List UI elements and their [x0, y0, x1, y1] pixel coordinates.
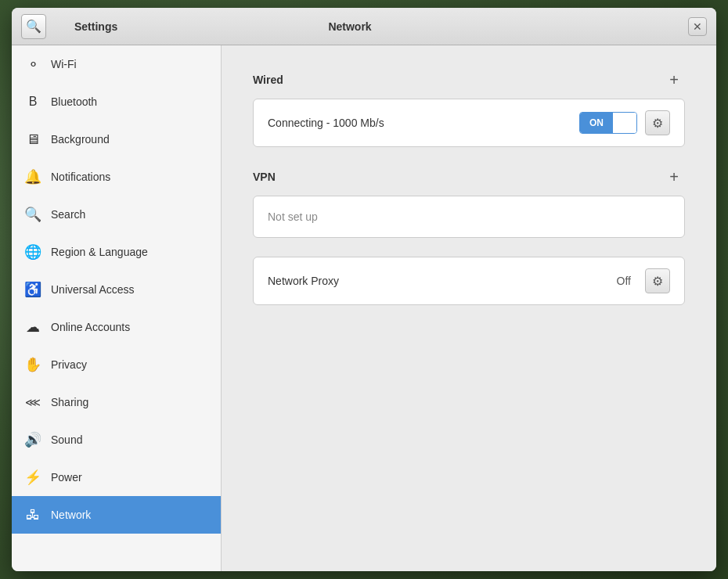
sidebar-label-wifi: Wi-Fi [51, 58, 77, 70]
sidebar-label-network: Network [51, 509, 91, 521]
region-icon: 🌐 [24, 243, 41, 261]
settings-title: Settings [74, 20, 117, 33]
search-button[interactable]: 🔍 [21, 14, 46, 39]
content-area: ⚬ Wi-Fi B Bluetooth 🖥 Background 🔔 Notif… [12, 45, 716, 571]
wired-title: Wired [253, 74, 283, 86]
proxy-card: Network Proxy Off ⚙ [253, 257, 685, 305]
notifications-icon: 🔔 [24, 168, 41, 185]
main-panel: Wired + Connecting - 1000 Mb/s ON ⚙ [222, 45, 716, 571]
sidebar-item-wifi[interactable]: ⚬ Wi-Fi [12, 45, 221, 83]
wired-card: Connecting - 1000 Mb/s ON ⚙ [253, 99, 685, 147]
sidebar-label-power: Power [51, 471, 82, 484]
sidebar-label-privacy: Privacy [51, 358, 87, 371]
sidebar-item-sharing[interactable]: ⋘ Sharing [12, 383, 221, 421]
vpn-title: VPN [253, 171, 276, 183]
proxy-section: Network Proxy Off ⚙ [253, 257, 685, 305]
sidebar-label-notifications: Notifications [51, 171, 110, 183]
toggle-on-label: ON [580, 113, 613, 133]
sound-icon: 🔊 [24, 431, 41, 448]
sidebar-item-notifications[interactable]: 🔔 Notifications [12, 158, 221, 196]
sidebar-label-sharing: Sharing [51, 396, 88, 408]
wired-connection-label: Connecting - 1000 Mb/s [268, 117, 579, 129]
sidebar-item-network[interactable]: 🖧 Network [12, 496, 221, 534]
vpn-section: VPN + Not set up [253, 166, 685, 238]
sharing-icon: ⋘ [24, 396, 41, 408]
wired-gear-button[interactable]: ⚙ [645, 110, 670, 135]
sidebar-label-online-accounts: Online Accounts [51, 321, 130, 333]
close-button[interactable]: ✕ [688, 17, 707, 36]
network-icon: 🖧 [24, 507, 41, 523]
proxy-card-row: Network Proxy Off ⚙ [254, 257, 684, 304]
wired-toggle[interactable]: ON [579, 112, 637, 134]
settings-window: 🔍 Settings Network ✕ ⚬ Wi-Fi B Bluetooth… [12, 8, 716, 571]
universal-access-icon: ♿ [24, 281, 41, 298]
sidebar-label-sound: Sound [51, 433, 82, 446]
sidebar-item-background[interactable]: 🖥 Background [12, 120, 221, 158]
wired-section-header: Wired + [253, 69, 685, 91]
vpn-section-header: VPN + [253, 166, 685, 188]
wired-card-row: Connecting - 1000 Mb/s ON ⚙ [254, 99, 684, 146]
vpn-card: Not set up [253, 196, 685, 238]
proxy-off-label: Off [617, 275, 631, 287]
wifi-icon: ⚬ [24, 56, 41, 73]
sidebar-label-search: Search [51, 208, 85, 221]
vpn-not-setup-label: Not set up [268, 210, 318, 223]
toggle-off-part [614, 113, 636, 133]
sidebar-item-universal-access[interactable]: ♿ Universal Access [12, 271, 221, 308]
online-accounts-icon: ☁ [24, 318, 41, 336]
bluetooth-icon: B [24, 95, 41, 109]
sidebar-item-bluetooth[interactable]: B Bluetooth [12, 83, 221, 120]
sidebar-label-bluetooth: Bluetooth [51, 95, 97, 108]
proxy-label: Network Proxy [268, 275, 617, 287]
search-sidebar-icon: 🔍 [24, 206, 41, 223]
sidebar: ⚬ Wi-Fi B Bluetooth 🖥 Background 🔔 Notif… [12, 45, 222, 571]
vpn-card-row: Not set up [254, 196, 684, 237]
background-icon: 🖥 [24, 131, 41, 148]
power-icon: ⚡ [24, 469, 41, 486]
sidebar-item-privacy[interactable]: ✋ Privacy [12, 346, 221, 383]
search-icon: 🔍 [26, 19, 41, 34]
sidebar-label-universal-access: Universal Access [51, 283, 135, 296]
sidebar-item-sound[interactable]: 🔊 Sound [12, 421, 221, 459]
wired-section: Wired + Connecting - 1000 Mb/s ON ⚙ [253, 69, 685, 147]
vpn-add-button[interactable]: + [663, 166, 685, 188]
wired-add-button[interactable]: + [663, 69, 685, 91]
privacy-icon: ✋ [24, 356, 41, 373]
proxy-gear-button[interactable]: ⚙ [645, 268, 670, 293]
sidebar-item-power[interactable]: ⚡ Power [12, 459, 221, 496]
titlebar: 🔍 Settings Network ✕ [12, 8, 716, 45]
sidebar-item-search[interactable]: 🔍 Search [12, 196, 221, 233]
sidebar-label-background: Background [51, 133, 110, 146]
sidebar-label-region: Region & Language [51, 246, 148, 258]
sidebar-item-online-accounts[interactable]: ☁ Online Accounts [12, 308, 221, 346]
sidebar-item-region[interactable]: 🌐 Region & Language [12, 233, 221, 271]
